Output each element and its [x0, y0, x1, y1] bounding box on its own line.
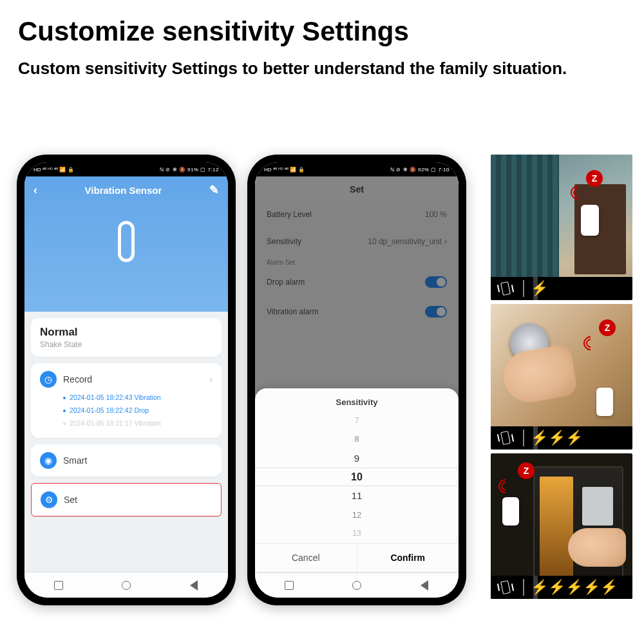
use-case-curtain: Z ⚡: [491, 155, 632, 300]
bolt-icon: ⚡: [583, 580, 600, 594]
bolt-icon: ⚡: [600, 580, 618, 594]
signal-icon: [500, 480, 526, 493]
nav-recent-button[interactable]: [52, 579, 65, 592]
picker-option-selected[interactable]: 10: [255, 468, 459, 486]
nav-back-button[interactable]: [418, 579, 431, 592]
status-left: HD ⁴⁶ ᴴᴰ ⁴⁶ 📶 🔒: [33, 167, 74, 173]
picker-option[interactable]: 11: [255, 486, 459, 505]
phone-frame-1: HD ⁴⁶ ᴴᴰ ⁴⁶ 📶 🔒 ℕ ⊘ ✻ 🔕 91% ▢ 7:12 ‹ Vib…: [17, 155, 236, 605]
bolt-icon: ⚡: [548, 580, 565, 594]
set-card[interactable]: ⚙ Set: [31, 483, 222, 516]
record-list: 2024-01-05 18:22:43 Vibration 2024-01-05…: [40, 392, 213, 430]
nav-back-button[interactable]: [187, 579, 200, 592]
status-right: ℕ ⊘ ✻ 🔕 92% ▢ 7:10: [390, 167, 450, 173]
smart-card[interactable]: ◉ Smart: [31, 444, 222, 477]
sheet-title: Sensitivity: [255, 388, 459, 411]
signal-icon: [585, 337, 611, 350]
bolt-icon: ⚡: [548, 431, 565, 445]
status-right: ℕ ⊘ ✻ 🔕 91% ▢ 7:12: [160, 167, 219, 173]
zigbee-icon: Z: [586, 170, 603, 187]
record-item: 2024-01-05 18:22:43 Vibration: [63, 392, 213, 404]
set-label: Set: [64, 495, 212, 505]
sensitivity-strip: ⚡ ⚡ ⚡ ⚡ ⚡: [491, 576, 632, 599]
picker-option[interactable]: 13: [255, 524, 459, 543]
chevron-right-icon: ›: [209, 374, 213, 384]
android-nav-bar: [24, 572, 228, 598]
record-item: 2024-01-05 18:21:17 Vibration: [63, 417, 213, 430]
phone1-content: Normal Shake State ◷ Record › 2024-01-05…: [24, 312, 228, 572]
nav-home-button[interactable]: [120, 579, 133, 592]
headline: Customize sensitivity Settings: [18, 16, 644, 47]
subheadline: Custom sensitivity Settings to better un…: [18, 57, 644, 80]
vibration-sensor-icon: [24, 200, 228, 283]
android-nav-bar: [255, 572, 459, 598]
picker-option[interactable]: 8: [255, 430, 459, 448]
vibration-icon: [497, 281, 514, 296]
smart-label: Smart: [63, 455, 213, 466]
state-title: Normal: [40, 326, 213, 339]
clock-icon: ◷: [40, 371, 57, 388]
sensitivity-strip: ⚡: [491, 277, 632, 300]
vibration-icon: [497, 580, 514, 595]
device-hero: ‹ Vibration Sensor ✎: [24, 176, 228, 312]
record-item: 2024-01-05 18:22:42 Drop: [63, 404, 213, 417]
picker-wheel[interactable]: 7 8 9 10 11 12 13: [255, 411, 459, 543]
bolt-icon: ⚡: [531, 580, 548, 594]
page-title: Vibration Sensor: [85, 185, 162, 196]
zigbee-icon: Z: [599, 319, 616, 336]
bolt-icon: ⚡: [531, 431, 548, 445]
bolt-icon: ⚡: [565, 580, 583, 594]
record-label: Record: [63, 374, 203, 384]
edit-icon[interactable]: ✎: [209, 183, 219, 197]
use-case-safe: Z ⚡ ⚡ ⚡ ⚡ ⚡: [491, 453, 632, 599]
use-case-door: Z ⚡ ⚡ ⚡: [491, 304, 632, 450]
sensor-device: [581, 205, 599, 236]
sensor-device: [596, 388, 613, 416]
confirm-button[interactable]: Confirm: [357, 544, 459, 572]
sensitivity-picker-sheet: Sensitivity 7 8 9 10 11 12 13 Cancel Con…: [255, 388, 459, 572]
phone-mockups: HD ⁴⁶ ᴴᴰ ⁴⁶ 📶 🔒 ℕ ⊘ ✻ 🔕 91% ▢ 7:12 ‹ Vib…: [17, 155, 466, 605]
cancel-button[interactable]: Cancel: [255, 544, 357, 572]
back-button[interactable]: ‹: [33, 184, 37, 197]
sensor-device: [502, 497, 519, 526]
status-bar: HD ⁴⁶ ᴴᴰ ⁴⁶ 📶 🔒 ℕ ⊘ ✻ 🔕 91% ▢ 7:12: [24, 162, 228, 176]
gear-icon: ⚙: [41, 491, 57, 508]
signal-icon: [572, 187, 598, 200]
bolt-icon: ⚡: [565, 431, 583, 445]
state-card: Normal Shake State: [31, 318, 222, 357]
nav-recent-button[interactable]: [283, 579, 296, 592]
eye-icon: ◉: [40, 452, 57, 469]
phone2-screen: HD ⁴⁶ ᴴᴰ ⁴⁶ 📶 🔒 ℕ ⊘ ✻ 🔕 92% ▢ 7:10 Set B…: [255, 162, 459, 598]
picker-option[interactable]: 12: [255, 505, 459, 524]
record-card[interactable]: ◷ Record › 2024-01-05 18:22:43 Vibration…: [31, 363, 222, 438]
phone1-screen: HD ⁴⁶ ᴴᴰ ⁴⁶ 📶 🔒 ℕ ⊘ ✻ 🔕 91% ▢ 7:12 ‹ Vib…: [24, 162, 228, 598]
status-bar: HD ⁴⁶ ᴴᴰ ⁴⁶ 📶 🔒 ℕ ⊘ ✻ 🔕 92% ▢ 7:10: [255, 162, 459, 176]
picker-option[interactable]: 9: [255, 449, 459, 468]
state-subtitle: Shake State: [40, 340, 213, 349]
picker-option[interactable]: 7: [255, 411, 459, 430]
use-case-gallery: Z ⚡ Z ⚡ ⚡ ⚡ Z: [491, 155, 632, 599]
zigbee-icon: Z: [518, 462, 535, 479]
bolt-icon: ⚡: [531, 281, 548, 296]
nav-home-button[interactable]: [350, 579, 363, 592]
status-left: HD ⁴⁶ ᴴᴰ ⁴⁶ 📶 🔒: [264, 167, 305, 173]
vibration-icon: [497, 430, 514, 446]
phone-frame-2: HD ⁴⁶ ᴴᴰ ⁴⁶ 📶 🔒 ℕ ⊘ ✻ 🔕 92% ▢ 7:10 Set B…: [247, 155, 466, 605]
sensitivity-strip: ⚡ ⚡ ⚡: [491, 426, 632, 450]
